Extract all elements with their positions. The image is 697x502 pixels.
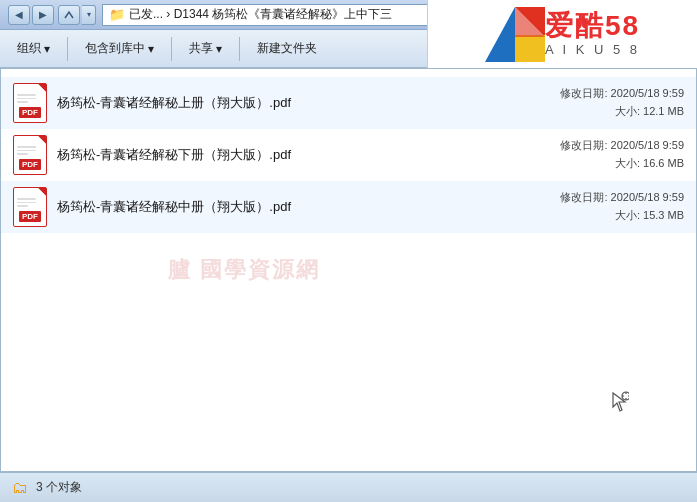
cursor-indicator [611,391,631,411]
organize-label: 组织 [17,40,41,57]
file-name-3: 杨筠松-青囊诸经解秘中册（翔大版）.pdf [57,198,514,216]
logo-icon [485,7,545,62]
status-bar: 🗂 3 个对象 [0,472,697,502]
nav-buttons: ◀ ▶ ▾ [8,5,96,25]
back-button[interactable]: ◀ [8,5,30,25]
file-meta-3: 修改日期: 2020/5/18 9:59 大小: 15.3 MB [524,189,684,224]
include-library-dropdown-icon: ▾ [148,42,154,56]
pdf-icon-1: PDF [13,83,47,123]
nav-dropdown-button[interactable]: ▾ [82,5,96,25]
share-button[interactable]: 共享 ▾ [180,35,231,62]
watermark: 臚 國學資源網 [168,255,320,285]
logo-chinese-text: 爱酷58 [545,12,640,40]
file-name-2: 杨筠松-青囊诸经解秘下册（翔大版）.pdf [57,146,514,164]
file-explorer-main: PDF 杨筠松-青囊诸经解秘上册（翔大版）.pdf 修改日期: 2020/5/1… [0,68,697,472]
address-text: 已发... › D1344 杨筠松《青囊诸经解秘》上中下三 [129,6,392,23]
pdf-icon-2: PDF [13,135,47,175]
folder-icon: 📁 [109,7,125,22]
svg-marker-0 [485,7,515,62]
new-folder-label: 新建文件夹 [257,40,317,57]
file-date-2: 修改日期: 2020/5/18 9:59 [524,137,684,155]
file-date-1: 修改日期: 2020/5/18 9:59 [524,85,684,103]
toolbar-separator-1 [67,37,68,61]
list-item[interactable]: PDF 杨筠松-青囊诸经解秘上册（翔大版）.pdf 修改日期: 2020/5/1… [1,77,696,129]
file-meta-1: 修改日期: 2020/5/18 9:59 大小: 12.1 MB [524,85,684,120]
status-folder-icon: 🗂 [12,479,28,497]
file-size-1: 大小: 12.1 MB [524,103,684,121]
mouse-cursor-icon [611,391,629,413]
status-count: 3 个对象 [36,479,82,496]
file-list: PDF 杨筠松-青囊诸经解秘上册（翔大版）.pdf 修改日期: 2020/5/1… [1,69,696,241]
logo-area: 爱酷58 A I K U 5 8 [427,0,697,70]
up-button[interactable] [58,5,80,25]
toolbar: 组织 ▾ 包含到库中 ▾ 共享 ▾ 新建文件夹 [0,30,427,68]
share-dropdown-icon: ▾ [216,42,222,56]
logo-text: 爱酷58 A I K U 5 8 [545,12,640,57]
file-meta-2: 修改日期: 2020/5/18 9:59 大小: 16.6 MB [524,137,684,172]
organize-button[interactable]: 组织 ▾ [8,35,59,62]
logo-roman-text: A I K U 5 8 [545,42,640,57]
list-item[interactable]: PDF 杨筠松-青囊诸经解秘中册（翔大版）.pdf 修改日期: 2020/5/1… [1,181,696,233]
file-name-1: 杨筠松-青囊诸经解秘上册（翔大版）.pdf [57,94,514,112]
share-label: 共享 [189,40,213,57]
file-size-2: 大小: 16.6 MB [524,155,684,173]
organize-dropdown-icon: ▾ [44,42,50,56]
list-item[interactable]: PDF 杨筠松-青囊诸经解秘下册（翔大版）.pdf 修改日期: 2020/5/1… [1,129,696,181]
toolbar-separator-3 [239,37,240,61]
new-folder-button[interactable]: 新建文件夹 [248,35,326,62]
include-library-label: 包含到库中 [85,40,145,57]
file-date-3: 修改日期: 2020/5/18 9:59 [524,189,684,207]
toolbar-separator-2 [171,37,172,61]
file-size-3: 大小: 15.3 MB [524,207,684,225]
pdf-icon-3: PDF [13,187,47,227]
forward-button[interactable]: ▶ [32,5,54,25]
include-library-button[interactable]: 包含到库中 ▾ [76,35,163,62]
